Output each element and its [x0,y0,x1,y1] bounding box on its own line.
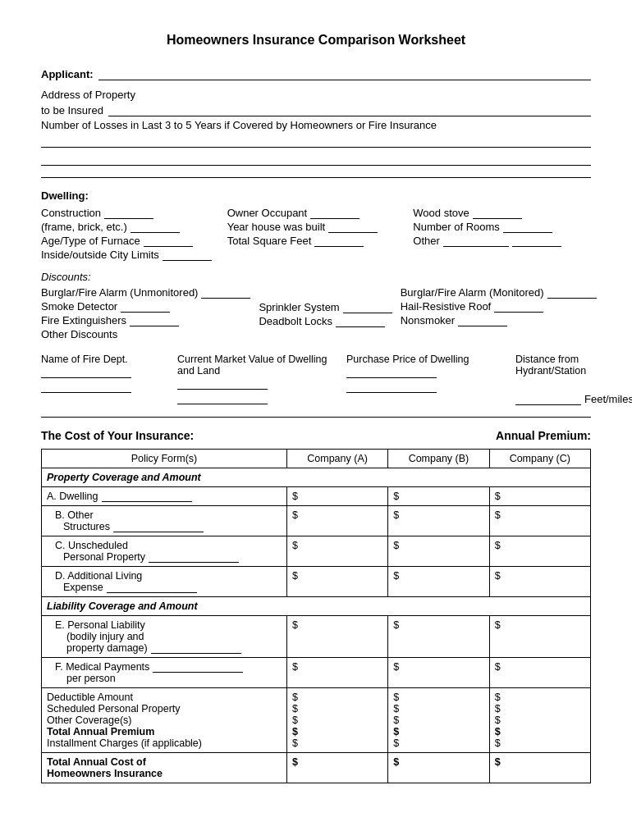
sprinkler-label: Sprinkler System [259,301,339,313]
construction-field[interactable] [104,208,153,219]
applicant-field[interactable] [98,67,591,80]
scheduled-personal-label: Scheduled Personal Property [47,703,282,714]
personal-property-label: Personal Property [63,551,145,563]
fire-ext-label: Fire Extinguishers [41,314,126,326]
dwelling-col-2: Owner Occupant Year house was built Tota… [227,207,405,262]
liability-a-dollar: $ [286,616,387,658]
page-title: Homeowners Insurance Comparison Workshee… [41,33,591,48]
inside-field[interactable] [163,249,212,261]
personal-liability-line2: (bodily injury and [66,631,282,642]
burglar-unmon-label: Burglar/Fire Alarm (Unmonitored) [41,286,198,299]
smoke-field[interactable] [121,301,170,313]
market-value-col: Current Market Value of Dwelling and Lan… [177,354,341,404]
property-coverage-row: Property Coverage and Amount [42,468,591,487]
year-label: Year house was built [227,221,326,233]
policy-form-header: Policy Form(s) [42,450,287,468]
market-value-field2[interactable] [177,393,268,404]
other-structures-line1: B. Other [55,509,282,521]
structures-label: Structures [63,521,110,532]
discounts-title: Discounts: [41,271,591,283]
to-be-insured-field[interactable] [108,103,591,116]
annual-premium-title: Annual Premium: [496,429,591,442]
liability-b-dollar: $ [388,616,489,658]
summary-a-cell: $ $ $ $ $ [286,688,387,753]
construction-label: Construction [41,207,101,219]
medical-payments-field[interactable] [153,661,243,673]
property-coverage-label: Property Coverage and Amount [47,472,201,483]
total-annual-premium-label: Total Annual Premium [47,726,154,737]
company-c-header: Company (C) [489,450,590,468]
to-be-insured-row: to be Insured [41,103,591,116]
liability-c-dollar: $ [489,616,590,658]
other-structures-row: B. Other Structures $ $ $ [42,506,591,536]
frame-field[interactable] [131,221,180,233]
frame-label: (frame, brick, etc.) [41,221,127,233]
personal-property-field[interactable] [149,551,239,563]
liability-coverage-label: Liability Coverage and Amount [47,600,198,612]
deadbolt-label: Deadbolt Locks [259,315,332,327]
owner-field[interactable] [310,208,360,219]
distance-field[interactable] [515,394,581,405]
property-coverage-cell: Property Coverage and Amount [42,468,591,487]
other-field2[interactable] [512,235,561,247]
cost-title: The Cost of Your Insurance: [41,429,194,442]
burglar-unmon-field[interactable] [201,287,250,299]
medical-b-dollar: $ [388,658,489,688]
expense-field[interactable] [107,582,197,593]
fire-ext-field[interactable] [130,315,179,326]
divider-1 [41,177,591,178]
property-damage-field[interactable] [151,642,241,654]
structures-a-dollar: $ [286,506,387,536]
owner-row: Owner Occupant [227,207,405,219]
expense-label: Expense [63,582,103,593]
other-row: Other [413,235,591,247]
medical-c-dollar: $ [489,658,590,688]
purchase-price-field[interactable] [346,367,437,378]
medical-line2: per person [66,673,282,684]
dwelling-item-field[interactable] [102,491,192,502]
deadbolt-field[interactable] [336,316,385,327]
structures-field[interactable] [113,521,204,532]
age-field[interactable] [144,235,193,247]
losses-field-2[interactable] [41,153,591,166]
wood-stove-label: Wood stove [413,207,469,219]
medical-payments-cell: F. Medical Payments per person [42,658,287,688]
purchase-price-field2[interactable] [346,381,437,393]
fire-dept-field[interactable] [41,367,131,378]
hail-field[interactable] [494,301,543,313]
wood-stove-field[interactable] [473,208,522,219]
dwelling-b-dollar: $ [388,487,489,506]
personal-liability-row: E. Personal Liability (bodily injury and… [42,616,591,658]
num-rooms-label: Number of Rooms [413,221,499,233]
address-row: Address of Property [41,89,591,101]
dwelling-item-cell: A. Dwelling [42,487,287,506]
additional-living-cell: D. Additional Living Expense [42,567,287,597]
medical-a-dollar: $ [286,658,387,688]
installment-label: Installment Charges (if applicable) [47,737,282,749]
other-discounts-label: Other Discounts [41,328,117,340]
nonsmoker-field[interactable] [458,315,507,326]
burglar-mon-field[interactable] [547,287,597,299]
losses-field-1[interactable] [41,135,591,148]
other-coverage-label: Other Coverage(s) [47,714,282,726]
liability-header-row: Liability Coverage and Amount [42,597,591,616]
age-label: Age/Type of Furnace [41,235,140,247]
year-field[interactable] [328,221,378,233]
other-field[interactable] [443,235,509,247]
num-rooms-field[interactable] [503,221,552,233]
discounts-col-3: Burglar/Fire Alarm (Monitored) Hail-Resi… [401,286,597,342]
fire-dept-label: Name of Fire Dept. [41,354,172,365]
additional-a-dollar: $ [286,567,387,597]
dwelling-col-1: Construction (frame, brick, etc.) Age/Ty… [41,207,219,262]
owner-label: Owner Occupant [227,207,308,219]
total-cost-row: Total Annual Cost of Homeowners Insuranc… [42,753,591,783]
market-value-field[interactable] [177,378,268,390]
medical-payments-label: F. Medical Payments [55,661,149,673]
sprinkler-field[interactable] [343,302,392,313]
sqft-field[interactable] [314,235,364,247]
nonsmoker-label: Nonsmoker [401,314,455,326]
year-row: Year house was built [227,221,405,233]
dwelling-title: Dwelling: [41,189,591,202]
dwelling-c-dollar: $ [489,487,590,506]
fire-dept-field2[interactable] [41,381,131,393]
